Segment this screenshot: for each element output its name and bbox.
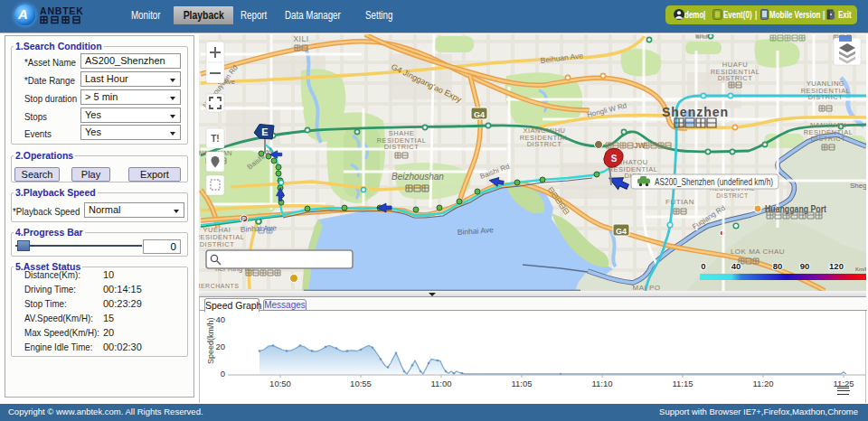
svg-text:11:05: 11:05 [511,379,532,388]
svg-text:80: 80 [773,261,783,271]
svg-text:DISTRICT: DISTRICT [811,135,846,143]
svg-text:11:25: 11:25 [833,379,854,388]
svg-text:Sheg: Sheg [850,182,866,190]
svg-text:10:50: 10:50 [269,379,291,388]
svg-text:MERCHANTS: MERCHANTS [199,283,239,289]
svg-text:DISTRICT: DISTRICT [200,240,235,248]
svg-text:11:20: 11:20 [752,379,773,388]
svg-text:JW: JW [634,141,646,150]
svg-text:11:00: 11:00 [430,379,451,388]
svg-text:20: 20 [215,341,225,351]
svg-text:P: P [242,216,247,222]
svg-text:120: 120 [829,261,844,271]
svg-text:LOK MA CHAU: LOK MA CHAU [731,248,785,256]
svg-text:S: S [611,154,618,164]
svg-text:AS200_Shenzhen (undefined km/h: AS200_Shenzhen (undefined km/h) [655,176,773,187]
svg-text:10:55: 10:55 [350,379,372,388]
svg-text:DISTRICT: DISTRICT [527,140,562,148]
svg-text:Beizhoushan: Beizhoushan [392,172,444,182]
svg-text:Binhai Ave: Binhai Ave [241,223,278,234]
svg-text:XILI: XILI [293,34,308,43]
svg-text:DISTRICT: DISTRICT [718,74,753,82]
svg-text:Speed(km/h): Speed(km/h) [206,317,215,364]
svg-text:Km/H: Km/H [855,267,866,272]
svg-text:0: 0 [221,369,225,379]
svg-text:DISTRICT: DISTRICT [716,192,748,199]
svg-text:G4: G4 [474,110,485,119]
svg-text:90: 90 [800,261,810,271]
svg-text:G4: G4 [616,227,627,236]
svg-text:Shenzhen: Shenzhen [662,104,729,119]
svg-text:E: E [261,126,268,137]
svg-text:40: 40 [731,261,741,271]
svg-text:DISTRICT: DISTRICT [384,143,420,151]
svg-text:0: 0 [701,261,705,271]
svg-text:40: 40 [215,314,225,324]
svg-text:MAI PO: MAI PO [632,284,660,291]
svg-text:11:15: 11:15 [672,379,693,388]
svg-text:T!: T! [211,134,219,144]
svg-text:FUTIAN: FUTIAN [665,198,694,206]
svg-text:11:10: 11:10 [591,379,612,388]
svg-text:DISTRICT: DISTRICT [808,93,844,101]
